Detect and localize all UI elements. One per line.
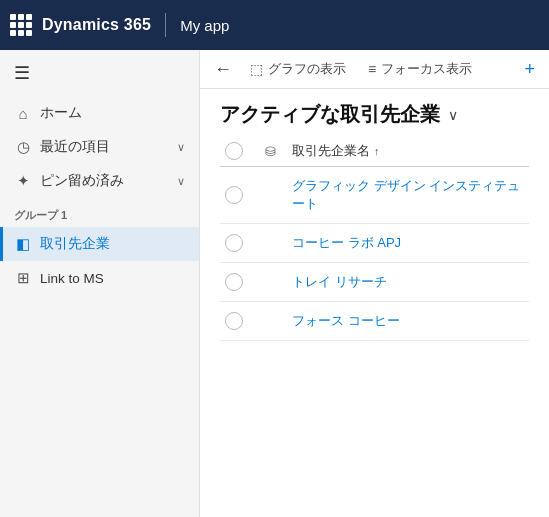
pin-icon: ✦ (14, 172, 32, 190)
page-title-chevron[interactable]: ∨ (448, 107, 458, 123)
app-name[interactable]: My app (180, 17, 229, 34)
sidebar-item-accounts[interactable]: ◧ 取引先企業 (0, 227, 199, 261)
page-title: アクティブな取引先企業 (220, 101, 440, 128)
select-all-check[interactable] (220, 142, 248, 160)
graph-view-label: グラフの表示 (268, 60, 346, 78)
waffle-button[interactable] (10, 14, 32, 36)
link-icon: ⊞ (14, 269, 32, 287)
sidebar-item-label: 取引先企業 (40, 235, 110, 253)
page-header: アクティブな取引先企業 ∨ (200, 89, 549, 136)
add-button[interactable]: + (524, 59, 535, 80)
hamburger-icon: ☰ (14, 62, 30, 84)
sidebar-item-home[interactable]: ⌂ ホーム (0, 96, 199, 130)
table-row[interactable]: トレイ リサーチ (220, 263, 529, 302)
account-name-2[interactable]: コーヒー ラボ APJ (292, 234, 529, 252)
table-row[interactable]: コーヒー ラボ APJ (220, 224, 529, 263)
focus-view-button[interactable]: ≡ フォーカス表示 (364, 58, 476, 80)
topbar-divider (165, 13, 166, 37)
table-container: ⛁ 取引先企業名 ↑ グラフィック デザイン インスティテュート (200, 136, 549, 517)
row-check-2[interactable] (220, 234, 248, 252)
circle-checkbox[interactable] (225, 273, 243, 291)
graph-view-button[interactable]: ⬚ グラフの表示 (246, 58, 350, 80)
focus-view-label: フォーカス表示 (381, 60, 472, 78)
sidebar: ☰ ⌂ ホーム ◷ 最近の項目 ∨ ✦ ピン留め済み ∨ グループ 1 ◧ 取引… (0, 50, 200, 517)
sidebar-item-label: Link to MS (40, 271, 104, 286)
chevron-down-icon: ∨ (177, 175, 185, 188)
sidebar-item-link-ms[interactable]: ⊞ Link to MS (0, 261, 199, 295)
content-area: ← ⬚ グラフの表示 ≡ フォーカス表示 + アクティブな取引先企業 ∨ (200, 50, 549, 517)
sidebar-item-label: ピン留め済み (40, 172, 124, 190)
accounts-icon: ◧ (14, 235, 32, 253)
clock-icon: ◷ (14, 138, 32, 156)
circle-checkbox[interactable] (225, 312, 243, 330)
back-button[interactable]: ← (214, 59, 232, 80)
circle-checkbox[interactable] (225, 142, 243, 160)
sidebar-item-recent[interactable]: ◷ 最近の項目 ∨ (0, 130, 199, 164)
hamburger-button[interactable]: ☰ (0, 50, 199, 96)
focus-icon: ≡ (368, 61, 376, 77)
account-name-4[interactable]: フォース コーヒー (292, 312, 529, 330)
column-label: 取引先企業名 (292, 143, 370, 160)
account-name-1[interactable]: グラフィック デザイン インスティテュート (292, 177, 529, 213)
chevron-down-icon: ∨ (177, 141, 185, 154)
group-label: グループ 1 (0, 198, 199, 227)
row-check-4[interactable] (220, 312, 248, 330)
table-row[interactable]: グラフィック デザイン インスティテュート (220, 167, 529, 224)
content-toolbar: ← ⬚ グラフの表示 ≡ フォーカス表示 + (200, 50, 549, 89)
sort-arrow-icon[interactable]: ↑ (374, 145, 380, 157)
topbar: Dynamics 365 My app (0, 0, 549, 50)
column-name-header[interactable]: 取引先企業名 ↑ (292, 143, 529, 160)
hierarchy-icon: ⛁ (265, 144, 276, 159)
sidebar-item-label: 最近の項目 (40, 138, 110, 156)
graph-icon: ⬚ (250, 61, 263, 77)
circle-checkbox[interactable] (225, 234, 243, 252)
table-row[interactable]: フォース コーヒー (220, 302, 529, 341)
row-check-1[interactable] (220, 186, 248, 204)
sidebar-item-label: ホーム (40, 104, 82, 122)
account-name-3[interactable]: トレイ リサーチ (292, 273, 529, 291)
app-title: Dynamics 365 (42, 16, 151, 34)
home-icon: ⌂ (14, 105, 32, 122)
row-check-3[interactable] (220, 273, 248, 291)
table-header: ⛁ 取引先企業名 ↑ (220, 136, 529, 167)
circle-checkbox[interactable] (225, 186, 243, 204)
hierarchy-header-icon: ⛁ (258, 144, 282, 159)
sidebar-item-pinned[interactable]: ✦ ピン留め済み ∨ (0, 164, 199, 198)
main-layout: ☰ ⌂ ホーム ◷ 最近の項目 ∨ ✦ ピン留め済み ∨ グループ 1 ◧ 取引… (0, 50, 549, 517)
